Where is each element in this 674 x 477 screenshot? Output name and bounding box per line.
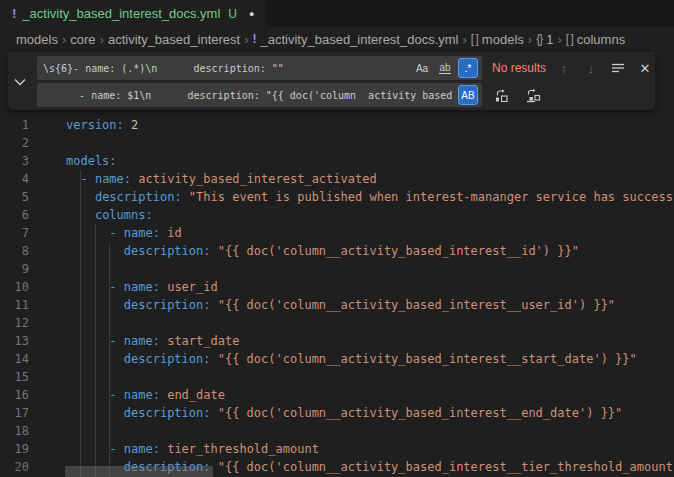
code-lines: 1version: 223models:4 - name: activity_b… [0,116,674,476]
breadcrumb-separator-icon: › [463,32,467,47]
line-number[interactable]: 6 [0,206,29,224]
yaml-icon: ! [253,32,257,46]
breadcrumb-label: core [70,32,95,47]
code-line[interactable]: 15 [0,368,674,386]
whole-word-toggle[interactable]: ab [435,58,455,78]
line-content: - name: user_id [66,278,218,296]
breadcrumb-label: _activity_based_interest_docs.yml [261,32,459,47]
code-line[interactable]: 5 description: "This event is published … [0,188,674,206]
breadcrumb-item[interactable]: core [70,32,95,47]
code-line[interactable]: 17 description: "{{ doc('column__activit… [0,404,674,422]
line-number[interactable]: 2 [0,134,29,152]
code-line[interactable]: 10 - name: user_id [0,278,674,296]
vscode-window: ! _activity_based_interest_docs.yml U ● … [0,0,674,477]
symbol-array-icon: [ ] [566,32,573,46]
breadcrumb-label: 1 [546,32,553,47]
line-content: models: [66,152,117,170]
toggle-replace-chevron-icon[interactable] [11,73,29,91]
modified-dot-icon[interactable]: ● [249,9,254,19]
close-find-widget-button[interactable]: ✕ [634,57,656,79]
line-number[interactable]: 9 [0,260,29,278]
line-number[interactable]: 1 [0,116,29,134]
line-content: description: "This event is published wh… [66,188,674,206]
line-number[interactable]: 14 [0,350,29,368]
line-content: description: "{{ doc('column__activity_b… [66,350,637,368]
symbol-array-icon: [ ] [471,32,478,46]
previous-match-button[interactable]: ↑ [553,57,575,79]
breadcrumb-item[interactable]: models [16,32,58,47]
breadcrumb-item[interactable]: [ ]models [471,32,524,47]
preserve-case-toggle[interactable]: AB [458,85,478,105]
line-number[interactable]: 15 [0,368,29,386]
code-line[interactable]: 4 - name: activity_based_interest_activa… [0,170,674,188]
code-line[interactable]: 12 [0,314,674,332]
code-line[interactable]: 2 [0,134,674,152]
line-number[interactable]: 20 [0,458,29,476]
breadcrumb-separator-icon: › [62,32,66,47]
line-number[interactable]: 16 [0,386,29,404]
line-content: - name: activity_based_interest_activate… [66,170,377,188]
line-number[interactable]: 11 [0,296,29,314]
code-line[interactable]: 14 description: "{{ doc('column__activit… [0,350,674,368]
line-content: description: "{{ doc('column__activity_b… [66,404,622,422]
tab-bar: ! _activity_based_interest_docs.yml U ● [0,0,674,28]
code-line[interactable]: 9 [0,260,674,278]
symbol-object-icon: {} [536,32,542,46]
line-content: columns: [66,206,153,224]
breadcrumb-label: activity_based_interest [108,32,240,47]
code-line[interactable]: 13 - name: start_date [0,332,674,350]
line-number[interactable]: 8 [0,242,29,260]
code-line[interactable]: 6 columns: [0,206,674,224]
line-number[interactable]: 3 [0,152,29,170]
line-content: - name: end_date [66,386,225,404]
breadcrumb-label: columns [577,32,625,47]
code-line[interactable]: 3models: [0,152,674,170]
breadcrumb: models›core›activity_based_interest›!_ac… [0,28,674,50]
regex-toggle[interactable]: .* [458,58,478,78]
line-number[interactable]: 18 [0,422,29,440]
replace-all-button[interactable] [522,84,544,106]
line-content: description: "{{ doc('column__activity_b… [66,242,579,260]
match-case-toggle[interactable]: Aa [412,58,432,78]
line-number[interactable]: 13 [0,332,29,350]
code-line[interactable]: 8 description: "{{ doc('column__activity… [0,242,674,260]
next-match-button[interactable]: ↓ [580,57,602,79]
find-in-selection-button[interactable] [607,57,629,79]
breadcrumb-item[interactable]: activity_based_interest [108,32,240,47]
line-content: - name: start_date [66,332,239,350]
horizontal-scrollbar[interactable] [65,466,213,477]
code-line[interactable]: 11 description: "{{ doc('column__activit… [0,296,674,314]
replace-input[interactable] [37,83,482,107]
find-replace-widget: Aa ab .* No results ↑ ↓ ✕ AB [8,52,655,110]
code-line[interactable]: 1version: 2 [0,116,674,134]
code-line[interactable]: 7 - name: id [0,224,674,242]
line-number[interactable]: 19 [0,440,29,458]
line-number[interactable]: 7 [0,224,29,242]
line-content: version: 2 [66,116,138,134]
breadcrumb-separator-icon: › [100,32,104,47]
line-number[interactable]: 12 [0,314,29,332]
tab-activity-based-interest-docs[interactable]: ! _activity_based_interest_docs.yml U ● [0,0,267,27]
breadcrumb-separator-icon: › [244,32,248,47]
breadcrumb-separator-icon: › [557,32,561,47]
breadcrumb-label: models [16,32,58,47]
line-content: description: "{{ doc('column__activity_b… [66,296,615,314]
breadcrumb-item[interactable]: {}1 [536,32,553,47]
code-line[interactable]: 16 - name: end_date [0,386,674,404]
line-number[interactable]: 4 [0,170,29,188]
breadcrumb-label: models [482,32,524,47]
code-line[interactable]: 18 [0,422,674,440]
replace-button[interactable] [490,84,512,106]
whole-word-icon: ab [439,63,450,74]
editor-pane[interactable]: 1version: 223models:4 - name: activity_b… [0,50,674,477]
line-content: - name: id [66,224,182,242]
breadcrumb-separator-icon: › [528,32,532,47]
find-results-count: No results [492,56,546,80]
breadcrumb-item[interactable]: !_activity_based_interest_docs.yml [253,32,459,47]
line-number[interactable]: 5 [0,188,29,206]
line-number[interactable]: 17 [0,404,29,422]
line-number[interactable]: 10 [0,278,29,296]
breadcrumb-item[interactable]: [ ]columns [566,32,625,47]
code-line[interactable]: 19 - name: tier_threshold_amount [0,440,674,458]
git-untracked-badge: U [228,7,237,21]
